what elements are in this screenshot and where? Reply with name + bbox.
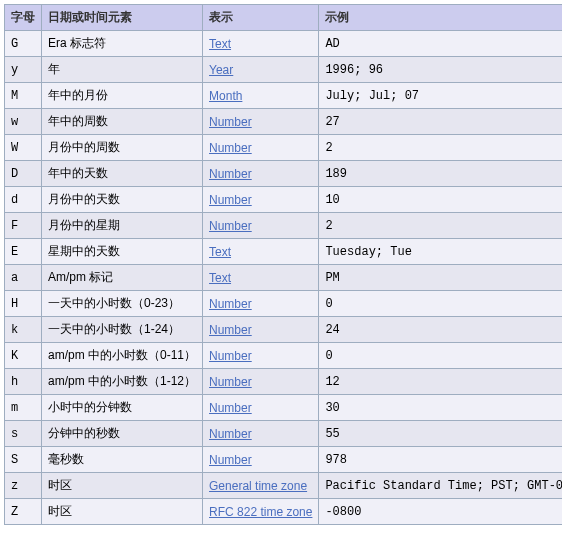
cell-letter: k bbox=[5, 317, 42, 343]
representation-link[interactable]: Number bbox=[209, 219, 252, 233]
representation-link[interactable]: Number bbox=[209, 453, 252, 467]
cell-letter: W bbox=[5, 135, 42, 161]
cell-representation: Number bbox=[203, 343, 319, 369]
table-row: z时区General time zonePacific Standard Tim… bbox=[5, 473, 563, 499]
cell-example: AD bbox=[319, 31, 562, 57]
cell-letter: m bbox=[5, 395, 42, 421]
representation-link[interactable]: Number bbox=[209, 297, 252, 311]
cell-element: 年中的月份 bbox=[42, 83, 203, 109]
cell-element: 小时中的分钟数 bbox=[42, 395, 203, 421]
date-pattern-table: 字母 日期或时间元素 表示 示例 GEra 标志符TextADy年Year199… bbox=[4, 4, 562, 525]
cell-representation: Text bbox=[203, 31, 319, 57]
table-row: W月份中的周数Number2 bbox=[5, 135, 563, 161]
cell-representation: Number bbox=[203, 109, 319, 135]
cell-element: am/pm 中的小时数（1-12） bbox=[42, 369, 203, 395]
table-row: D年中的天数Number189 bbox=[5, 161, 563, 187]
cell-representation: Text bbox=[203, 239, 319, 265]
cell-representation: Text bbox=[203, 265, 319, 291]
cell-example: PM bbox=[319, 265, 562, 291]
cell-letter: h bbox=[5, 369, 42, 395]
representation-link[interactable]: Month bbox=[209, 89, 242, 103]
representation-link[interactable]: Text bbox=[209, 245, 231, 259]
cell-representation: Number bbox=[203, 213, 319, 239]
representation-link[interactable]: Year bbox=[209, 63, 233, 77]
cell-letter: s bbox=[5, 421, 42, 447]
cell-representation: Number bbox=[203, 291, 319, 317]
cell-example: 30 bbox=[319, 395, 562, 421]
representation-link[interactable]: Text bbox=[209, 37, 231, 51]
cell-element: 时区 bbox=[42, 473, 203, 499]
representation-link[interactable]: General time zone bbox=[209, 479, 307, 493]
cell-element: 年 bbox=[42, 57, 203, 83]
cell-letter: F bbox=[5, 213, 42, 239]
cell-example: Tuesday; Tue bbox=[319, 239, 562, 265]
representation-link[interactable]: Number bbox=[209, 193, 252, 207]
cell-letter: d bbox=[5, 187, 42, 213]
cell-letter: Z bbox=[5, 499, 42, 525]
representation-link[interactable]: Text bbox=[209, 271, 231, 285]
cell-letter: y bbox=[5, 57, 42, 83]
table-row: GEra 标志符TextAD bbox=[5, 31, 563, 57]
cell-example: 24 bbox=[319, 317, 562, 343]
cell-element: 毫秒数 bbox=[42, 447, 203, 473]
cell-example: 1996; 96 bbox=[319, 57, 562, 83]
cell-example: -0800 bbox=[319, 499, 562, 525]
table-row: ham/pm 中的小时数（1-12）Number12 bbox=[5, 369, 563, 395]
cell-example: 10 bbox=[319, 187, 562, 213]
representation-link[interactable]: Number bbox=[209, 349, 252, 363]
header-row: 字母 日期或时间元素 表示 示例 bbox=[5, 5, 563, 31]
cell-element: Am/pm 标记 bbox=[42, 265, 203, 291]
cell-element: 时区 bbox=[42, 499, 203, 525]
cell-representation: General time zone bbox=[203, 473, 319, 499]
cell-letter: D bbox=[5, 161, 42, 187]
representation-link[interactable]: RFC 822 time zone bbox=[209, 505, 312, 519]
table-row: w年中的周数Number27 bbox=[5, 109, 563, 135]
representation-link[interactable]: Number bbox=[209, 323, 252, 337]
representation-link[interactable]: Number bbox=[209, 115, 252, 129]
header-element: 日期或时间元素 bbox=[42, 5, 203, 31]
table-row: E星期中的天数TextTuesday; Tue bbox=[5, 239, 563, 265]
representation-link[interactable]: Number bbox=[209, 375, 252, 389]
table-row: d月份中的天数Number10 bbox=[5, 187, 563, 213]
table-row: Z时区RFC 822 time zone-0800 bbox=[5, 499, 563, 525]
cell-element: 星期中的天数 bbox=[42, 239, 203, 265]
cell-letter: w bbox=[5, 109, 42, 135]
cell-representation: Month bbox=[203, 83, 319, 109]
table-row: M年中的月份MonthJuly; Jul; 07 bbox=[5, 83, 563, 109]
cell-letter: E bbox=[5, 239, 42, 265]
cell-example: 27 bbox=[319, 109, 562, 135]
table-row: aAm/pm 标记TextPM bbox=[5, 265, 563, 291]
table-row: S毫秒数Number978 bbox=[5, 447, 563, 473]
cell-element: Era 标志符 bbox=[42, 31, 203, 57]
header-representation: 表示 bbox=[203, 5, 319, 31]
cell-example: 2 bbox=[319, 135, 562, 161]
cell-letter: H bbox=[5, 291, 42, 317]
table-row: k一天中的小时数（1-24）Number24 bbox=[5, 317, 563, 343]
cell-example: 0 bbox=[319, 343, 562, 369]
cell-element: 年中的周数 bbox=[42, 109, 203, 135]
cell-representation: Year bbox=[203, 57, 319, 83]
table-row: Kam/pm 中的小时数（0-11）Number0 bbox=[5, 343, 563, 369]
cell-element: 月份中的周数 bbox=[42, 135, 203, 161]
representation-link[interactable]: Number bbox=[209, 167, 252, 181]
cell-element: am/pm 中的小时数（0-11） bbox=[42, 343, 203, 369]
table-row: s分钟中的秒数Number55 bbox=[5, 421, 563, 447]
cell-representation: Number bbox=[203, 135, 319, 161]
cell-element: 月份中的星期 bbox=[42, 213, 203, 239]
cell-letter: S bbox=[5, 447, 42, 473]
cell-example: 0 bbox=[319, 291, 562, 317]
representation-link[interactable]: Number bbox=[209, 427, 252, 441]
table-row: F月份中的星期Number2 bbox=[5, 213, 563, 239]
header-letter: 字母 bbox=[5, 5, 42, 31]
header-example: 示例 bbox=[319, 5, 562, 31]
cell-element: 月份中的天数 bbox=[42, 187, 203, 213]
table-row: H一天中的小时数（0-23）Number0 bbox=[5, 291, 563, 317]
cell-letter: K bbox=[5, 343, 42, 369]
cell-element: 一天中的小时数（0-23） bbox=[42, 291, 203, 317]
representation-link[interactable]: Number bbox=[209, 401, 252, 415]
cell-example: 55 bbox=[319, 421, 562, 447]
representation-link[interactable]: Number bbox=[209, 141, 252, 155]
cell-letter: a bbox=[5, 265, 42, 291]
cell-example: 12 bbox=[319, 369, 562, 395]
cell-letter: G bbox=[5, 31, 42, 57]
